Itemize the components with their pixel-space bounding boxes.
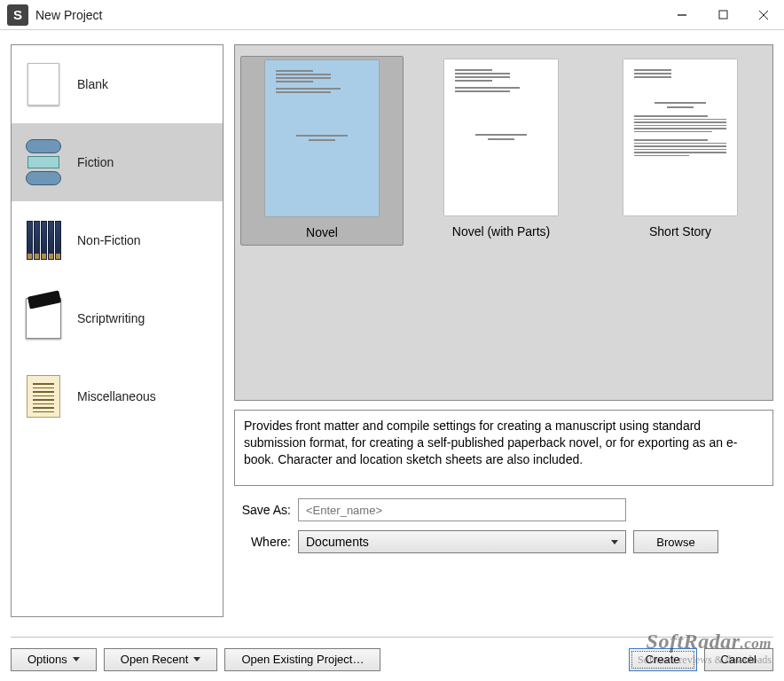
browse-label: Browse bbox=[656, 536, 694, 549]
category-label: Non-Fiction bbox=[77, 233, 141, 247]
where-value: Documents bbox=[306, 535, 369, 549]
category-item-nonfiction[interactable]: Non-Fiction bbox=[12, 201, 223, 279]
category-label: Scriptwriting bbox=[77, 311, 145, 325]
create-label: Create bbox=[646, 653, 680, 666]
nonfiction-volumes-icon bbox=[24, 215, 63, 265]
cancel-button[interactable]: Cancel bbox=[704, 648, 773, 671]
template-grid: Novel Novel (with Parts) bbox=[234, 44, 773, 401]
category-item-blank[interactable]: Blank bbox=[12, 45, 223, 123]
bottom-bar: Options Open Recent Open Existing Projec… bbox=[11, 637, 773, 672]
close-button[interactable] bbox=[743, 0, 784, 30]
create-button[interactable]: Create bbox=[629, 648, 697, 671]
template-thumbnail bbox=[623, 59, 737, 215]
open-existing-button[interactable]: Open Existing Project… bbox=[224, 648, 380, 671]
save-as-input[interactable] bbox=[298, 498, 626, 521]
category-label: Fiction bbox=[77, 155, 114, 169]
maximize-button[interactable] bbox=[702, 0, 743, 30]
template-label: Novel bbox=[306, 225, 338, 239]
open-recent-label: Open Recent bbox=[121, 653, 189, 666]
template-item-novel[interactable]: Novel bbox=[240, 56, 404, 246]
open-recent-button[interactable]: Open Recent bbox=[104, 648, 218, 671]
chevron-down-icon bbox=[73, 657, 80, 661]
template-label: Novel (with Parts) bbox=[452, 224, 550, 239]
titlebar: S New Project bbox=[0, 0, 784, 30]
category-item-scriptwriting[interactable]: Scriptwriting bbox=[12, 279, 223, 357]
template-item-novel-with-parts[interactable]: Novel (with Parts) bbox=[419, 56, 583, 244]
blank-doc-icon bbox=[24, 59, 63, 109]
parchment-icon bbox=[24, 372, 63, 421]
where-label: Where: bbox=[234, 535, 291, 549]
category-label: Blank bbox=[77, 77, 108, 91]
minimize-button[interactable] bbox=[662, 0, 702, 30]
chevron-down-icon bbox=[193, 657, 200, 661]
where-row: Where: Documents Browse bbox=[234, 530, 773, 553]
options-label: Options bbox=[27, 653, 67, 666]
browse-button[interactable]: Browse bbox=[633, 530, 718, 553]
options-button[interactable]: Options bbox=[11, 648, 97, 671]
app-icon: S bbox=[7, 4, 28, 26]
where-select[interactable]: Documents bbox=[298, 530, 626, 553]
template-thumbnail bbox=[444, 59, 558, 215]
cancel-label: Cancel bbox=[721, 653, 757, 666]
template-label: Short Story bbox=[649, 224, 711, 239]
svg-rect-1 bbox=[719, 11, 727, 19]
chevron-down-icon bbox=[611, 540, 618, 544]
save-as-row: Save As: bbox=[234, 498, 773, 521]
category-item-miscellaneous[interactable]: Miscellaneous bbox=[12, 357, 223, 435]
category-sidebar: Blank Fiction Non-Fiction Scriptwriting … bbox=[11, 44, 223, 617]
window-title: New Project bbox=[35, 8, 102, 22]
template-item-short-story[interactable]: Short Story bbox=[599, 56, 762, 244]
template-thumbnail bbox=[265, 60, 379, 216]
open-existing-label: Open Existing Project… bbox=[241, 653, 364, 666]
category-item-fiction[interactable]: Fiction bbox=[12, 123, 223, 201]
category-label: Miscellaneous bbox=[77, 389, 156, 403]
fiction-books-icon bbox=[24, 137, 63, 187]
template-description: Provides front matter and compile settin… bbox=[234, 410, 773, 486]
clapperboard-icon bbox=[24, 294, 63, 343]
save-as-label: Save As: bbox=[234, 503, 291, 517]
